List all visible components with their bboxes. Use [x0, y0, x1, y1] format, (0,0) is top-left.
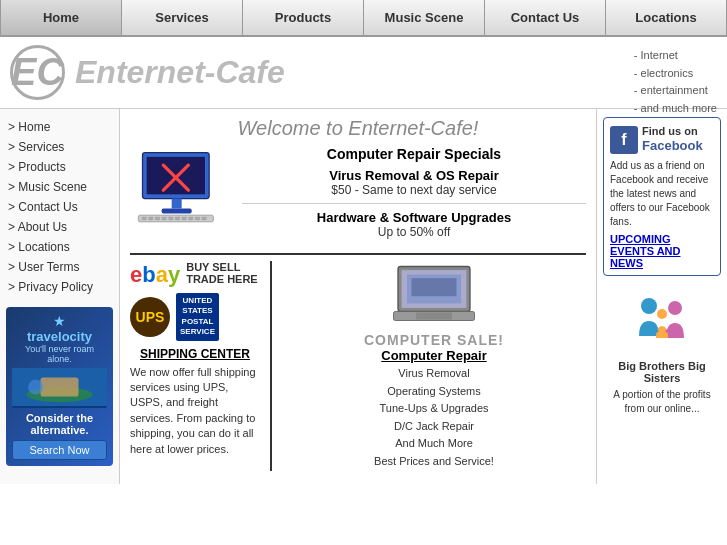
computer-repair-title[interactable]: Computer Repair	[282, 348, 586, 363]
repair-item-6: Best Prices and Service!	[282, 453, 586, 471]
specials-title: Computer Repair Specials	[242, 146, 586, 162]
sidebar-item-about-us[interactable]: About Us	[0, 217, 119, 237]
virus-removal-desc: $50 - Same to next day service	[242, 183, 586, 197]
svg-rect-9	[162, 209, 192, 214]
svg-rect-15	[168, 217, 173, 220]
svg-rect-11	[142, 217, 147, 220]
laptop-sale-image	[282, 261, 586, 326]
svg-rect-13	[155, 217, 160, 220]
logo-ec-icon: EC	[10, 45, 65, 100]
travelocity-consider: Consider the alternative.	[12, 412, 107, 436]
nav-products[interactable]: Products	[243, 0, 364, 35]
ebay-section: ebay BUY SELL TRADE HERE UPS UNITEDSTATE…	[130, 253, 586, 471]
svg-rect-24	[412, 278, 457, 296]
svg-rect-2	[41, 378, 79, 397]
right-sidebar: f Find us on Facebook Add us as a friend…	[597, 109, 727, 484]
repair-item-2: Operating Systems	[282, 383, 586, 401]
welcome-title: Welcome to Enternet-Cafe!	[130, 117, 586, 140]
ebay-left: ebay BUY SELL TRADE HERE UPS UNITEDSTATE…	[130, 261, 260, 471]
shipping-desc: We now offer full shipping services usin…	[130, 365, 260, 457]
sidebar-item-user-terms[interactable]: User Terms	[0, 257, 119, 277]
bbbs-description: A portion of the profits from our online…	[603, 388, 721, 416]
travelocity-tagline: You'll never roam alone.	[12, 344, 107, 364]
logo-text: Enternet-Cafe	[75, 54, 285, 91]
hardware-upgrades-title: Hardware & Software Upgrades	[242, 210, 586, 225]
hardware-upgrades-desc: Up to 50% off	[242, 225, 586, 239]
svg-point-29	[657, 309, 667, 319]
sidebar-item-products[interactable]: Products	[0, 157, 119, 177]
center-content: Welcome to Enternet-Cafe!	[120, 109, 597, 484]
top-navigation: Home Services Products Music Scene Conta…	[0, 0, 727, 37]
facebook-events-link[interactable]: UPCOMING EVENTS AND NEWS	[610, 233, 714, 269]
virus-removal-title: Virus Removal & OS Repair	[242, 168, 586, 183]
logo-link-1[interactable]: - Internet	[634, 47, 717, 65]
nav-home[interactable]: Home	[0, 0, 122, 35]
svg-rect-16	[175, 217, 180, 220]
facebook-box[interactable]: f Find us on Facebook Add us as a friend…	[603, 117, 721, 276]
travelocity-star: ★	[12, 313, 107, 329]
usps-logo: UNITEDSTATESPOSTALSERVICE	[176, 293, 219, 341]
specials-box: Computer Repair Specials Virus Removal &…	[130, 146, 586, 245]
ups-usps-row: UPS UNITEDSTATESPOSTALSERVICE	[130, 293, 260, 341]
svg-point-27	[641, 298, 657, 314]
logo-links: - Internet - electronics - entertainment…	[634, 47, 717, 117]
sidebar-item-home[interactable]: Home	[0, 117, 119, 137]
logo-link-4[interactable]: - and much more	[634, 100, 717, 118]
ups-logo: UPS	[130, 297, 170, 337]
repair-item-5: And Much More	[282, 435, 586, 453]
svg-rect-14	[162, 217, 167, 220]
sidebar-item-contact-us[interactable]: Contact Us	[0, 197, 119, 217]
logo-link-2[interactable]: - electronics	[634, 65, 717, 83]
facebook-icon: f	[610, 126, 638, 154]
left-sidebar: Home Services Products Music Scene Conta…	[0, 109, 120, 484]
bbbs-title: Big Brothers Big Sisters	[603, 360, 721, 384]
nav-contact-us[interactable]: Contact Us	[485, 0, 606, 35]
repair-list: Virus Removal Operating Systems Tune-Ups…	[282, 365, 586, 471]
main-layout: Home Services Products Music Scene Conta…	[0, 109, 727, 484]
nav-locations[interactable]: Locations	[606, 0, 727, 35]
find-us-on-facebook: Find us on Facebook	[642, 124, 703, 155]
bbbs-logo	[627, 286, 697, 356]
svg-line-31	[667, 329, 673, 331]
ebay-right: COMPUTER SALE! Computer Repair Virus Rem…	[270, 261, 586, 471]
bbbs-box: Big Brothers Big Sisters A portion of th…	[603, 286, 721, 416]
logo-bar: EC Enternet-Cafe - Internet - electronic…	[0, 37, 727, 109]
repair-item-1: Virus Removal	[282, 365, 586, 383]
shipping-center-title[interactable]: SHIPPING CENTER	[130, 347, 260, 361]
sidebar-item-privacy-policy[interactable]: Privacy Policy	[0, 277, 119, 297]
sidebar-item-services[interactable]: Services	[0, 137, 119, 157]
svg-rect-26	[416, 312, 452, 319]
computer-repair-image	[130, 146, 230, 226]
travelocity-logo: travelocity	[12, 329, 107, 344]
repair-item-3: Tune-Ups & Upgrades	[282, 400, 586, 418]
sidebar-item-music-scene[interactable]: Music Scene	[0, 177, 119, 197]
sidebar-item-locations[interactable]: Locations	[0, 237, 119, 257]
facebook-description: Add us as a friend on Facebook and recei…	[610, 159, 714, 229]
buy-sell-label: BUY SELL TRADE HERE	[186, 261, 260, 285]
specials-text: Computer Repair Specials Virus Removal &…	[242, 146, 586, 245]
nav-services[interactable]: Services	[122, 0, 243, 35]
svg-rect-12	[148, 217, 153, 220]
svg-point-3	[28, 379, 43, 394]
logo-link-3[interactable]: - entertainment	[634, 82, 717, 100]
svg-rect-8	[172, 199, 182, 209]
travelocity-search-button[interactable]: Search Now	[12, 440, 107, 460]
ebay-logo: ebay	[130, 262, 180, 288]
svg-rect-20	[202, 217, 207, 220]
nav-music-scene[interactable]: Music Scene	[364, 0, 485, 35]
svg-point-28	[668, 301, 682, 315]
repair-item-4: D/C Jack Repair	[282, 418, 586, 436]
svg-rect-17	[182, 217, 187, 220]
facebook-header: f Find us on Facebook	[610, 124, 714, 155]
svg-rect-18	[188, 217, 193, 220]
travelocity-image	[12, 368, 107, 408]
svg-rect-19	[195, 217, 200, 220]
travelocity-ad[interactable]: ★ travelocity You'll never roam alone. C…	[6, 307, 113, 466]
computer-sale-title: COMPUTER SALE!	[282, 332, 586, 348]
